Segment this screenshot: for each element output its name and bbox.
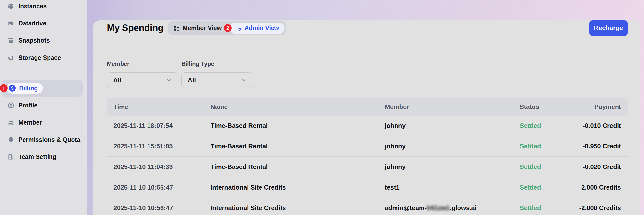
sidebar-item-label: Billing [19,85,38,92]
sidebar-item-label: Member [18,119,42,126]
column-header-payment: Payment [566,103,621,111]
table-row: 2025-11-10 11:04:33 Time-Based Rental jo… [107,157,628,177]
cell-status: Settled [520,184,566,191]
cell-payment: -0.020 Credit [566,163,621,171]
dollar-circle-icon: $ [9,85,16,92]
admin-view-button[interactable]: Admin View [230,22,284,34]
sidebar-nav: Instances Datadrive Snapshots [0,0,87,165]
sidebar-item-label: Storage Space [18,54,61,61]
member-view-button[interactable]: Member View [169,21,224,35]
sidebar-item-instances[interactable]: Instances [0,0,87,15]
cell-member: johnny [385,163,520,171]
member-email-redacted: lr61zw1 [427,204,450,212]
sidebar-item-label: Permissions & Quota [18,136,80,143]
page-title: My Spending [107,23,164,33]
cell-member: admin@team-lr61zw1.glows.ai [385,204,520,212]
filter-settings-icon [235,25,242,31]
cell-payment: 2.000 Credits [566,184,621,191]
sidebar-item-label: Snapshots [18,37,50,44]
member-filter-value: All [113,76,121,84]
cell-time: 2025-11-10 10:56:47 [114,184,210,191]
spending-table: Time Name Member Status Payment 2025-11-… [107,98,628,215]
users-icon [8,119,14,126]
table-row: 2025-11-11 15:51:05 Time-Based Rental jo… [107,136,628,157]
billing-pill: $ Billing [7,83,43,94]
member-filter-label: Member [107,60,178,67]
main-area: My Spending Member View 2 [87,0,644,215]
column-header-name: Name [210,103,385,111]
member-filter-select[interactable]: All [107,72,178,88]
cell-status: Settled [520,122,566,130]
sidebar-item-team-setting[interactable]: Team Setting [0,148,87,165]
archive-icon [8,37,14,44]
billing-type-filter-label: Billing Type [181,60,252,67]
cell-member: johnny [385,122,520,130]
cell-status: Settled [520,204,566,212]
sidebar-item-snapshots[interactable]: Snapshots [0,32,87,49]
sidebar-divider [7,73,76,73]
sidebar-item-datadrive[interactable]: Datadrive [0,15,87,32]
sidebar-item-label: Profile [18,102,38,109]
cell-name: International Site Credits [210,204,385,212]
column-header-status: Status [520,103,566,111]
page-header: My Spending Member View 2 [107,20,628,36]
table-row: 2025-11-11 18:07:54 Time-Based Rental jo… [107,116,628,136]
member-email-suffix: .glows.ai [450,204,477,212]
column-header-time: Time [114,103,210,111]
cell-member: johnny [385,143,520,150]
billing-notification-badge: 1 [0,84,8,92]
cell-time: 2025-11-11 18:07:54 [114,122,210,130]
chevron-down-icon [240,77,247,83]
cell-member: test1 [385,184,520,191]
cell-time: 2025-11-10 10:56:47 [114,204,210,212]
cell-name: Time-Based Rental [210,163,385,171]
sidebar-item-member[interactable]: Member [0,114,87,131]
user-icon [8,102,14,109]
sidebar-item-label: Team Setting [18,153,56,160]
sidebar-item-storage-space[interactable]: Storage Space [0,49,87,66]
cell-payment: -0.010 Credit [566,122,621,130]
pie-chart-icon [8,54,14,61]
column-header-member: Member [385,103,520,111]
table-row: 2025-11-10 10:56:47 International Site C… [107,198,628,215]
billing-type-filter-value: All [188,76,196,84]
cell-name: Time-Based Rental [210,143,385,150]
filters-row: Member All Billing Type All [107,60,628,88]
table-header-row: Time Name Member Status Payment [107,98,628,116]
shield-icon [8,136,14,143]
cell-status: Settled [520,143,566,150]
admin-view-label: Admin View [244,24,279,32]
view-toggle: Member View 2 Admin View [168,21,286,35]
recharge-button[interactable]: Recharge [589,20,628,36]
sidebar-item-profile[interactable]: Profile [0,97,87,114]
sidebar: Instances Datadrive Snapshots [0,0,87,215]
header-divider [107,43,628,43]
cell-time: 2025-11-11 15:51:05 [114,143,210,150]
table-row: 2025-11-10 10:56:47 International Site C… [107,177,628,198]
building-icon [8,154,14,160]
cell-payment: -0.950 Credit [566,143,621,150]
cell-time: 2025-11-10 11:04:33 [114,163,210,171]
billing-type-filter: Billing Type All [181,60,252,88]
content-card: My Spending Member View 2 [93,20,640,215]
sidebar-item-label: Datadrive [18,20,46,27]
list-detail-icon [173,25,180,31]
chevron-down-icon [166,77,172,83]
sidebar-item-billing[interactable]: 1 $ Billing [2,80,82,97]
member-filter: Member All [107,60,178,88]
cell-payment: -2.000 Credits [566,204,621,212]
cell-name: International Site Credits [210,184,385,191]
sidebar-item-label: Instances [18,3,46,10]
harddrive-icon [8,20,14,27]
cube-icon [8,3,14,9]
sidebar-item-permissions-quota[interactable]: Permissions & Quota [0,131,87,148]
billing-type-filter-select[interactable]: All [181,72,252,88]
cell-status: Settled [520,163,566,171]
cell-name: Time-Based Rental [210,122,385,130]
member-email-prefix: admin@team- [385,204,427,212]
member-view-label: Member View [182,24,222,32]
